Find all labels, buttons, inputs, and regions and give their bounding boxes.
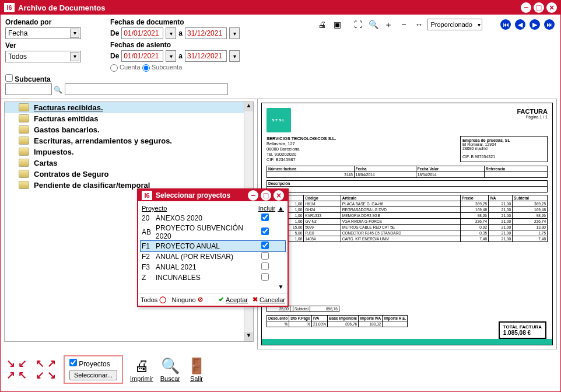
subcuenta-name-input[interactable] xyxy=(65,83,228,95)
invoice-line: 1,0014054CARG. KIT ENERGIA UNIV7,4821,00… xyxy=(267,236,548,242)
next-page-button[interactable]: ▶ xyxy=(530,19,540,30)
tree-item[interactable]: Facturas recibidas. xyxy=(5,102,253,113)
imprimir-button[interactable]: 🖨 Imprimir xyxy=(130,357,153,382)
search-icon[interactable]: 🔍 xyxy=(54,85,62,93)
include-checkbox[interactable] xyxy=(261,242,269,249)
asiento-from-input[interactable] xyxy=(121,50,163,62)
document-preview: S.T. S.L. FACTURA Página 1 / 1 SERVICIOS… xyxy=(257,99,557,349)
cancelar-button[interactable]: ✖Cancelar xyxy=(253,296,285,303)
window-title: Archivo de Documentos xyxy=(18,4,106,12)
print-icon[interactable]: 🖨 xyxy=(315,18,328,31)
project-row[interactable]: F1PROYECTO ANUAL xyxy=(141,241,285,251)
last-page-button[interactable]: ⏭ xyxy=(544,19,555,30)
magnifier-icon: 🔍 xyxy=(161,357,180,375)
folder-icon xyxy=(19,125,29,134)
folder-icon xyxy=(19,181,29,189)
dialog-restore-button[interactable]: □ xyxy=(261,190,271,201)
doc-to-input[interactable] xyxy=(185,27,227,39)
asiento-from-picker[interactable]: ▾ xyxy=(166,50,176,62)
invoice-total: TOTAL FACTURA 1.085,08 € xyxy=(499,321,546,339)
subcuenta-label: Subcuenta xyxy=(15,75,50,83)
asiento-to-picker[interactable]: ▾ xyxy=(229,50,240,62)
include-checkbox[interactable] xyxy=(261,214,269,221)
invoice-line: 1,00KVR1333MEMORIA DDR3 8GB98,2621,0098,… xyxy=(267,212,548,218)
tree-item[interactable]: Contratos de Seguro xyxy=(5,169,253,180)
folder-icon xyxy=(19,159,29,167)
zoom-in-icon[interactable]: ＋ xyxy=(382,18,395,31)
invoice-line: 5,00RJ10CONECTOR RJ45 C5 STANDARD0,3521,… xyxy=(267,230,548,236)
door-icon: 🚪 xyxy=(187,357,206,375)
ver-label: Ver xyxy=(5,41,99,50)
subcuenta-code-input[interactable] xyxy=(5,83,52,95)
doc-from-input[interactable] xyxy=(121,27,163,39)
doc-to-picker[interactable]: ▾ xyxy=(229,27,240,39)
doc-from-picker[interactable]: ▾ xyxy=(166,27,176,39)
aceptar-button[interactable]: ✔Aceptar xyxy=(219,296,248,303)
select-projects-dialog: I6 Seleccionar proyectos − □ × Proyecto … xyxy=(137,188,289,307)
main-titlebar: I6 Archivo de Documentos − □ × xyxy=(1,1,560,15)
folder-icon xyxy=(19,114,29,123)
width-icon[interactable]: ↔ xyxy=(412,18,425,31)
invoice-line: 1,00GV-N2VGA NVIDIA G-FORCE236,7421,0023… xyxy=(267,218,548,224)
save-icon[interactable]: ▣ xyxy=(331,18,343,31)
invoice-page: Página 1 / 1 xyxy=(517,115,548,119)
project-row[interactable]: F3ANUAL 2021 xyxy=(141,262,285,272)
fechas-doc-label: Fechas de documento xyxy=(110,18,240,26)
col-proyecto[interactable]: Proyecto xyxy=(141,204,253,213)
invoice-line: 1,00GH24REGRABADORA LG DVD169,4821,00169… xyxy=(267,206,548,212)
printer-icon: 🖨 xyxy=(134,357,149,375)
include-checkbox[interactable] xyxy=(261,252,269,260)
folder-icon xyxy=(19,170,29,178)
tree-item[interactable]: Cartas xyxy=(5,158,253,169)
project-row[interactable]: ZINCUNABLES xyxy=(141,272,285,283)
first-page-button[interactable]: ⏮ xyxy=(500,19,511,30)
cuenta-radio[interactable] xyxy=(110,64,118,72)
tree-item[interactable]: Impuestos. xyxy=(5,146,253,158)
expand-collapse-arrows[interactable]: ↘↙↗↖ xyxy=(5,358,27,380)
include-checkbox[interactable] xyxy=(261,273,269,281)
buscar-button[interactable]: 🔍 Buscar xyxy=(160,357,180,382)
dialog-logo: I6 xyxy=(142,191,152,200)
project-row[interactable]: F2ANUAL (POR REVISAR) xyxy=(141,251,285,262)
tree-item[interactable]: Gastos bancarios. xyxy=(5,124,253,135)
include-checkbox[interactable] xyxy=(261,228,269,235)
zoom-out-icon[interactable]: − xyxy=(397,18,410,31)
invoice-logo: S.T. S.L. xyxy=(267,108,291,132)
close-button[interactable]: × xyxy=(546,2,557,13)
invoice-line: 1,00H61MPLACA BASE G. GA-H6369,2521,0036… xyxy=(267,201,548,206)
asiento-to-input[interactable] xyxy=(185,50,227,62)
tree-item[interactable]: Escrituras, arrendamientos y seguros. xyxy=(5,135,253,146)
app-logo: I6 xyxy=(4,3,15,12)
projects-table: Proyecto Incluir ▲ 20ANEXOS 2020ABPROYEC… xyxy=(141,204,285,290)
salir-button[interactable]: 🚪 Salir xyxy=(187,357,206,382)
minimize-button[interactable]: − xyxy=(521,2,531,13)
zoom-select[interactable]: Proporcionado ▾ xyxy=(427,19,482,30)
restore-button[interactable]: □ xyxy=(534,2,544,13)
fechas-asiento-label: Fechas de asiento xyxy=(110,41,240,49)
prev-page-button[interactable]: ◀ xyxy=(515,19,525,30)
dialog-title: Seleccionar proyectos xyxy=(156,191,230,200)
ordenado-select[interactable]: Fecha▾ xyxy=(5,27,81,39)
ver-select[interactable]: Todos▾ xyxy=(5,51,81,62)
ninguno-button[interactable]: Ninguno ⊘ xyxy=(172,296,203,303)
todos-button[interactable]: Todos ◯ xyxy=(141,296,166,303)
dialog-minimize-button[interactable]: − xyxy=(248,190,258,201)
folder-icon xyxy=(19,148,29,156)
zoom-tool-icon[interactable]: 🔍 xyxy=(367,18,380,31)
tree-item[interactable]: Facturas emitidas xyxy=(5,113,253,124)
col-incluir[interactable]: Incluir xyxy=(253,204,276,213)
invoice-line: 15,005099METROS CABLE RED CAT 5E0,9221,0… xyxy=(267,224,548,230)
seleccionar-button[interactable]: Seleccionar... xyxy=(69,370,117,380)
subcuenta-radio[interactable] xyxy=(142,64,150,72)
include-checkbox[interactable] xyxy=(261,262,269,270)
proyectos-checkbox[interactable] xyxy=(69,359,77,366)
subcuenta-checkbox[interactable] xyxy=(5,74,13,82)
project-row[interactable]: 20ANEXOS 2020 xyxy=(141,213,285,223)
expand-collapse-arrows-2[interactable]: ↖↗↙↘ xyxy=(34,358,57,380)
dialog-close-button[interactable]: × xyxy=(274,190,284,201)
fit-icon[interactable]: ⛶ xyxy=(352,18,364,31)
ordenado-label: Ordenado por xyxy=(5,18,99,26)
invoice-title: FACTURA xyxy=(517,108,548,115)
project-row[interactable]: ABPROYECTO SUBVENCIÓN 2020 xyxy=(141,223,285,241)
folder-icon xyxy=(19,103,29,111)
